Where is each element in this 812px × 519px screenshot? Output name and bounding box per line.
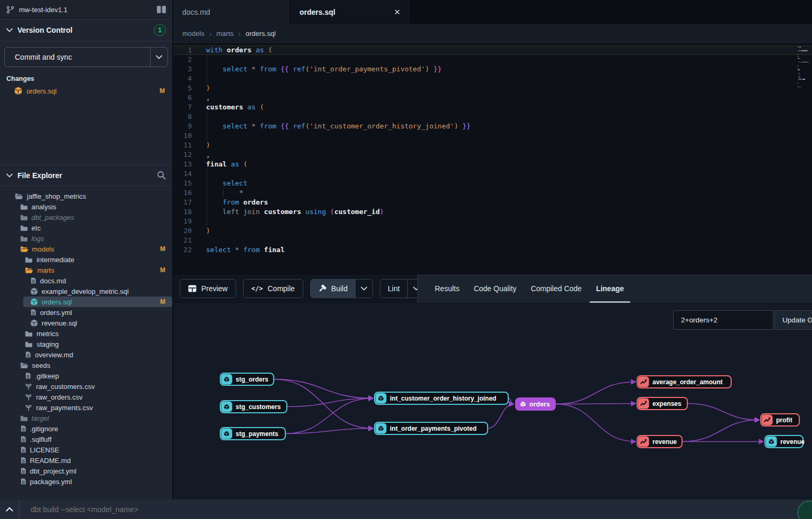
tab-code-quality[interactable]: Code Quality [473,274,518,303]
tree-item-intermediate[interactable]: intermediate [0,254,172,265]
tree-item-staging[interactable]: staging [0,339,172,349]
code-line-12[interactable]: 12, [173,150,812,160]
tree-item-target[interactable]: target [0,413,172,423]
tree-item-label: docs.md [40,277,66,285]
chevron-up-icon[interactable] [0,499,20,519]
code-line-11[interactable]: 11) [173,141,812,150]
tree-item-jaffle-shop-metrics[interactable]: jaffle_shop_metrics [0,191,172,201]
line-number: 2 [173,55,192,64]
tree-item-packages-yml[interactable]: packages.yml [0,476,172,487]
tree-item-raw-customers-csv[interactable]: raw_customers.csv [0,381,172,392]
tree-item-analysis[interactable]: analysis [0,201,172,212]
code-line-19[interactable]: 19 [173,217,812,226]
tree-item-raw-payments-csv[interactable]: raw_payments.csv [0,402,172,413]
close-icon[interactable]: ✕ [394,7,400,17]
code-line-22[interactable]: 22select * from final [173,245,812,255]
lineage-node-expenses[interactable]: expenses [637,397,687,410]
code-line-15[interactable]: 15 select [173,179,812,188]
code-line-21[interactable]: 21 [173,236,812,245]
compile-button[interactable]: </> Compile [243,279,303,298]
tree-item--sqlfluff[interactable]: .sqlfluff [0,434,172,444]
tree-item-orders-sql[interactable]: orders.sqlM [23,296,172,307]
breadcrumb-orders-sql[interactable]: orders.sql [246,30,276,38]
build-options-caret[interactable] [355,280,372,298]
search-icon[interactable] [157,171,166,180]
tab-compiled-code[interactable]: Compiled Code [530,274,583,303]
changed-file-orders-sql[interactable]: orders.sql M [0,85,172,97]
tree-item--gitignore[interactable]: .gitignore [0,423,172,434]
lineage-edge-expenses-to-profit [687,404,759,420]
command-input[interactable] [30,505,347,514]
minimap[interactable] [798,47,810,105]
split-view-icon[interactable] [157,6,166,13]
code-line-2[interactable]: 2 [173,55,812,64]
code-line-17[interactable]: 17 from orders [173,198,812,207]
tree-item-raw-orders-csv[interactable]: raw_orders.csv [0,392,172,402]
lineage-node-revenue_metric[interactable]: revenue [637,435,682,448]
code-line-6[interactable]: 6, [173,93,812,103]
lineage-node-stg_customers[interactable]: stg_customers [220,401,287,413]
preview-button[interactable]: Preview [180,279,236,298]
tree-item-marts[interactable]: martsM [0,265,172,275]
tree-item-dbt-packages[interactable]: dbt_packages [0,212,172,223]
code-line-16[interactable]: 16 * [173,188,812,198]
tree-item-overview-md[interactable]: overview.md [0,349,172,360]
code-line-4[interactable]: 4 [173,74,812,84]
lineage-node-orders[interactable]: orders [515,397,556,411]
tree-item-orders-yml[interactable]: orders.yml [0,307,172,318]
line-number: 7 [173,103,192,112]
tree-item-seeds[interactable]: seeds [0,360,172,370]
lint-main[interactable]: Lint [380,280,407,298]
build-button[interactable]: Build [310,279,373,298]
file-explorer-header[interactable]: File Explorer [0,164,172,186]
lineage-node-int_order_payments_pivoted[interactable]: int_order_payments_pivoted [375,422,488,434]
tree-item-models[interactable]: modelsM [0,244,172,254]
lineage-node-stg_payments[interactable]: stg_payments [220,428,285,440]
tree-item-etc[interactable]: etc [0,223,172,233]
code-line-10[interactable]: 10 [173,131,812,141]
lineage-node-profit[interactable]: profit [761,414,799,426]
tree-item-docs-md[interactable]: docs.md [0,275,172,286]
tab-lineage[interactable]: Lineage [595,274,625,303]
tree-item-label: .sqlfluff [30,435,52,443]
tree-item-revenue-sql[interactable]: revenue.sql [0,318,172,328]
code-line-3[interactable]: 3 select * from {{ ref('int_order_paymen… [173,64,812,74]
tree-item--gitkeep[interactable]: .gitkeep [0,370,172,381]
lineage-node-average_order_amount[interactable]: average_order_amount [637,376,731,388]
code-line-20[interactable]: 20) [173,226,812,236]
status-indicator[interactable] [797,501,812,519]
version-control-header[interactable]: Version Control 1 [0,20,172,41]
code-line-9[interactable]: 9 select * from {{ ref('int_customer_ord… [173,122,812,131]
code-line-18[interactable]: 18 left join customers using (customer_i… [173,207,812,217]
lineage-node-int_customer_order_history_joined[interactable]: int_customer_order_history_joined [375,392,508,404]
tab-orders-sql[interactable]: orders.sql ✕ [291,0,410,24]
code-line-13[interactable]: 13final as ( [173,160,812,169]
update-graph-button[interactable]: Update G [774,310,812,330]
lineage-graph[interactable]: stg_ordersstg_customersstg_paymentsint_c… [173,303,812,499]
tab-results[interactable]: Results [434,274,461,303]
tree-item-metrics[interactable]: metrics [0,328,172,339]
build-main[interactable]: Build [311,280,355,298]
breadcrumb-marts[interactable]: marts [217,30,234,38]
tree-item-readme-md[interactable]: README.md [0,455,172,466]
code-line-5[interactable]: 5) [173,84,812,93]
lineage-node-revenue_model[interactable]: revenue [765,435,805,448]
code-line-1[interactable]: 1with orders as ( [173,45,812,55]
commit-options-caret[interactable] [150,48,167,67]
tab-docs-md[interactable]: docs.md [173,0,291,24]
chevron-down-icon[interactable] [6,28,13,32]
tree-item-dbt-project-yml[interactable]: dbt_project.yml [0,466,172,476]
breadcrumb-models[interactable]: models [182,30,204,38]
tree-item-license[interactable]: LICENSE [0,444,172,455]
code-line-14[interactable]: 14 [173,169,812,179]
commit-and-sync-button[interactable]: Commit and sync [4,47,168,67]
tree-item-logs[interactable]: logs [0,233,172,244]
code-line-7[interactable]: 7customers as ( [173,103,812,112]
code-editor[interactable]: 1with orders as (23 select * from {{ ref… [173,43,812,274]
code-line-8[interactable]: 8 [173,112,812,122]
chevron-down-icon[interactable] [6,173,13,178]
tree-item-example-develop-metric-sql[interactable]: example_develop_metric.sql [0,286,172,296]
lineage-selector-input[interactable] [673,310,773,330]
svg-text:stg_payments: stg_payments [236,430,278,438]
lineage-node-stg_orders[interactable]: stg_orders [220,373,274,385]
